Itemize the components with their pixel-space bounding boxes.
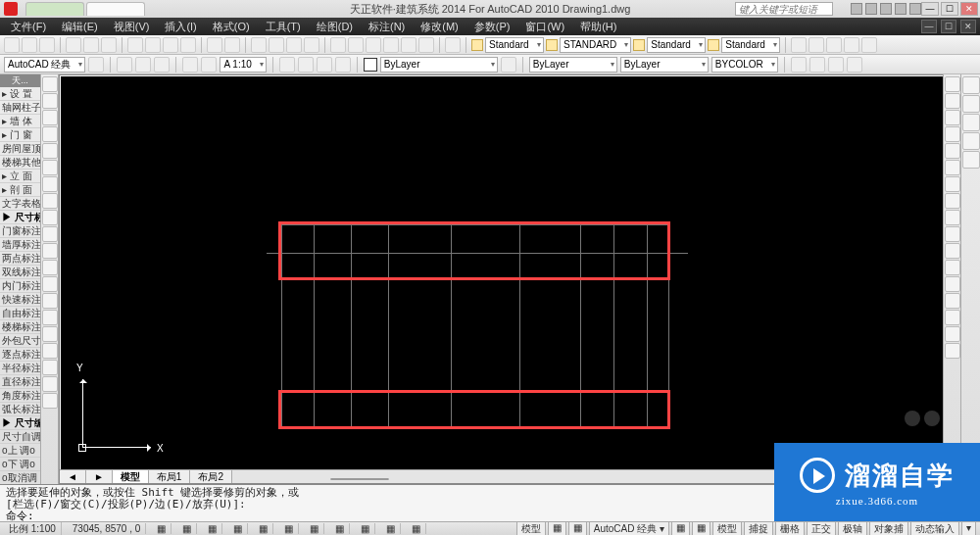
doc-minimize-button[interactable]: —	[921, 20, 937, 33]
status-button[interactable]: 模型	[516, 521, 546, 536]
panel-item[interactable]: 两点标注	[0, 252, 40, 266]
menu-window[interactable]: 窗口(W)	[518, 19, 571, 35]
line-tool[interactable]	[42, 76, 58, 92]
status-toggle[interactable]: ▦	[330, 523, 350, 534]
panel-item[interactable]: ▸ 剖 面	[0, 183, 40, 197]
publish-button[interactable]	[101, 37, 117, 53]
panel-item[interactable]: o上 调o	[0, 444, 40, 458]
status-toggle[interactable]: ▦	[203, 523, 222, 534]
select-button[interactable]	[809, 57, 825, 73]
panel-item[interactable]: ▸ 墙 体	[0, 115, 40, 128]
undo-button[interactable]	[207, 37, 222, 53]
hatch-tool[interactable]	[42, 310, 58, 325]
plot-preview-button[interactable]	[83, 37, 99, 53]
menu-edit[interactable]: 编辑(E)	[55, 19, 105, 35]
insert-button[interactable]	[808, 37, 824, 53]
panel-item[interactable]: 双线标注	[0, 266, 40, 279]
tool-palettes-button[interactable]	[366, 37, 381, 53]
polygon-tool[interactable]	[42, 126, 58, 142]
linetype-selector[interactable]: ByLayer	[529, 57, 617, 73]
status-button[interactable]: 正交	[807, 521, 836, 536]
sheet-set-button[interactable]	[383, 37, 399, 53]
close-button[interactable]: ✕	[960, 2, 978, 16]
panel-item[interactable]: 快速标注	[0, 293, 40, 307]
panel-item[interactable]: 墙厚标注	[0, 238, 40, 252]
menu-parametric[interactable]: 参数(P)	[467, 19, 517, 35]
status-toggle[interactable]: ▦	[381, 523, 401, 534]
nav-wheel-icon[interactable]	[905, 411, 944, 430]
field-button[interactable]	[861, 37, 877, 53]
help-search-input[interactable]	[735, 2, 833, 16]
doc-close-button[interactable]: ✕	[960, 20, 976, 33]
rotate-tool[interactable]	[945, 176, 960, 192]
layer-prev-button[interactable]	[135, 57, 151, 73]
xref-button[interactable]	[826, 37, 842, 53]
explode-tool[interactable]	[945, 343, 960, 359]
panel-item[interactable]: 门窗标注	[0, 224, 40, 238]
color-swatch[interactable]	[364, 58, 377, 72]
status-button[interactable]: 捕捉	[744, 521, 773, 536]
panel-item[interactable]: o下 调o	[0, 458, 40, 471]
panel-header[interactable]: 天...	[0, 74, 40, 87]
redo-button[interactable]	[224, 37, 240, 53]
navbar-orbit-icon[interactable]	[962, 132, 980, 150]
drawing-canvas[interactable]: Y X	[61, 76, 965, 469]
status-button[interactable]: ▦	[568, 521, 587, 536]
panel-item[interactable]: ▸ 门 窗	[0, 128, 40, 142]
panel-item[interactable]: 弧长标注	[0, 403, 40, 416]
open-button[interactable]	[22, 37, 37, 53]
navbar-pan-icon[interactable]	[962, 95, 980, 113]
revcloud-tool[interactable]	[42, 193, 58, 209]
qat-tab[interactable]	[25, 2, 84, 16]
status-button[interactable]: 动态输入	[910, 521, 959, 536]
panel-item[interactable]: 轴网柱子	[0, 101, 40, 115]
status-button[interactable]: AutoCAD 经典 ▾	[589, 521, 669, 536]
menu-draw[interactable]: 绘图(D)	[310, 19, 360, 35]
doc-restore-button[interactable]: ☐	[941, 20, 956, 33]
block-button[interactable]	[791, 37, 807, 53]
panel-item[interactable]: 外包尺寸	[0, 334, 40, 348]
plotstyle-selector[interactable]: BYCOLOR	[711, 57, 778, 73]
panel-item[interactable]: 半径标注	[0, 362, 40, 375]
table-tool[interactable]	[42, 360, 58, 375]
workspace-selector[interactable]: AutoCAD 经典	[4, 57, 85, 73]
offset-tool[interactable]	[945, 126, 960, 142]
viewport-button[interactable]	[182, 57, 198, 73]
menu-modify[interactable]: 修改(M)	[414, 19, 466, 35]
pan-button[interactable]	[251, 37, 267, 53]
status-toggle[interactable]: ▦	[254, 523, 273, 534]
design-center-button[interactable]	[348, 37, 364, 53]
copy-tool[interactable]	[945, 93, 960, 109]
dim-style-selector[interactable]: STANDARD	[560, 37, 631, 53]
join-tool[interactable]	[945, 293, 960, 309]
panel-item[interactable]: ▶ 尺寸编辑	[0, 416, 40, 430]
extend-tool[interactable]	[945, 243, 960, 259]
image-button[interactable]	[844, 37, 859, 53]
qcalc-button[interactable]	[418, 37, 434, 53]
panel-item[interactable]: ▶ 尺寸标注	[0, 211, 40, 224]
panel-item[interactable]: ▸ 设 置	[0, 87, 40, 101]
qat-tab[interactable]	[86, 2, 145, 16]
arc-tool[interactable]	[42, 160, 58, 175]
help-button[interactable]	[445, 37, 461, 53]
status-toggle[interactable]: ▦	[152, 523, 172, 534]
exchange-icon[interactable]	[880, 3, 892, 15]
status-toggle[interactable]: ▦	[279, 523, 299, 534]
mtext-tool[interactable]	[42, 376, 58, 392]
panel-item[interactable]: 楼梯其他	[0, 156, 40, 170]
gradient-tool[interactable]	[42, 326, 58, 342]
paste-button[interactable]	[163, 37, 178, 53]
ellipse-arc-tool[interactable]	[42, 243, 58, 259]
panel-item[interactable]: o取消调	[0, 471, 40, 484]
panel-item[interactable]: 文字表格	[0, 197, 40, 211]
maximize-button[interactable]: ☐	[941, 2, 958, 16]
rectangle-tool[interactable]	[42, 143, 58, 159]
measure-button[interactable]	[791, 57, 807, 73]
signin-icon[interactable]	[865, 3, 877, 15]
insert-block-tool[interactable]	[42, 260, 58, 275]
region-tool[interactable]	[42, 343, 58, 359]
break-point-tool[interactable]	[945, 260, 960, 275]
pline-tool[interactable]	[42, 110, 58, 125]
point-tool[interactable]	[42, 293, 58, 309]
menu-help[interactable]: 帮助(H)	[573, 19, 623, 35]
